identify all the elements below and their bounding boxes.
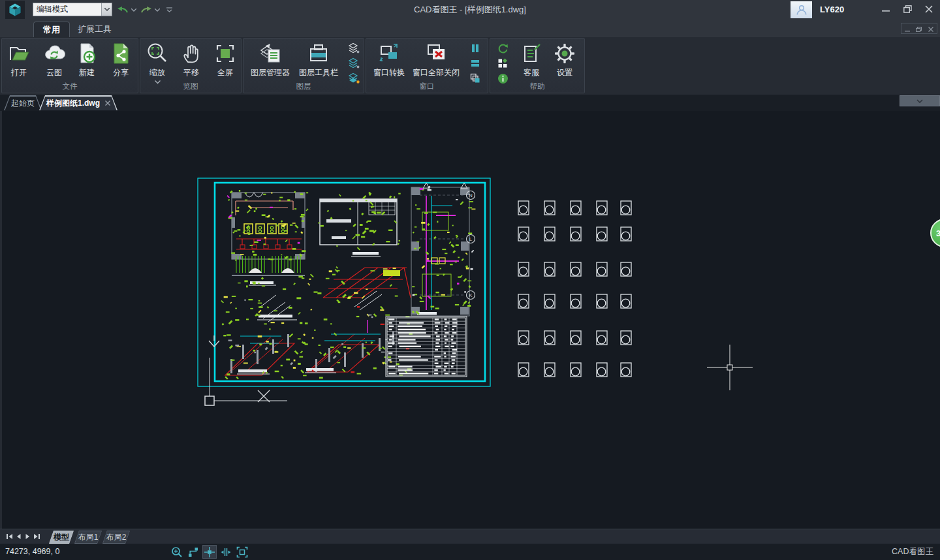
ribbon-tab-bar: 常用 扩展工具 [0, 20, 940, 37]
settings-gear-icon [552, 41, 577, 66]
window-switch-button[interactable]: 窗口转换 [367, 41, 411, 78]
panel-collapse-handle[interactable] [900, 95, 940, 106]
group-label-file: 文件 [2, 82, 138, 91]
doc-tab-sample-drawing[interactable]: 样例图纸1.dwg [39, 95, 118, 110]
object-snap-icon[interactable] [219, 545, 233, 559]
open-button[interactable]: 打开 [2, 41, 36, 78]
customize-toolbar-icon[interactable] [164, 4, 174, 16]
first-page-icon[interactable] [5, 532, 14, 541]
crosshair-cursor [707, 345, 753, 390]
prev-page-icon[interactable] [14, 532, 23, 541]
group-label-window: 窗口 [366, 82, 488, 91]
new-file-icon [74, 41, 99, 66]
plan-view [232, 193, 305, 275]
restore-button[interactable] [896, 0, 918, 18]
group-label-view: 览图 [140, 82, 241, 91]
minimize-button[interactable] [875, 0, 897, 18]
undo-button[interactable] [116, 4, 129, 16]
ribbon-group-window: 窗口转换 窗口全部关闭 窗口 [366, 38, 488, 93]
section-view [320, 199, 397, 245]
last-page-icon[interactable] [33, 532, 41, 541]
chevron-down-icon [101, 3, 112, 16]
ribbon-tab-common[interactable]: 常用 [33, 22, 70, 37]
layer-manager-button[interactable]: 图层管理器 [244, 41, 296, 78]
customer-service-icon [519, 41, 544, 66]
crosshair-icon[interactable] [202, 545, 217, 559]
ribbon-group-layer: 图层管理器 图层工具栏 图层 [243, 38, 364, 93]
tile-horizontal-icon[interactable] [469, 57, 481, 69]
bill-of-materials-table [386, 317, 467, 377]
zoom-magnifier-icon [145, 41, 170, 66]
window-small-tools [468, 42, 482, 84]
layer-small-tools [347, 42, 361, 84]
title-bar: 编辑模式 CAD看图王 - [样例图纸1.dwg] LY620 [0, 0, 940, 20]
share-file-icon [108, 41, 133, 66]
pan-hand-icon [179, 41, 204, 66]
check-update-icon[interactable] [497, 42, 509, 54]
layout-tab-layout1[interactable]: 布局1 [74, 531, 102, 544]
document-window-controls [901, 23, 937, 34]
tile-vertical-icon[interactable] [469, 42, 481, 54]
user-avatar[interactable] [791, 1, 812, 18]
cad-drawing: N L K [2, 111, 940, 529]
layout-tab-bar: 模型 布局1 布局2 [0, 529, 940, 544]
drawing-canvas[interactable]: N L K [0, 111, 940, 529]
layers-list-icon[interactable] [348, 42, 360, 54]
status-tools [170, 545, 249, 559]
cloud-sync-icon [42, 41, 67, 66]
doc-minimize-button[interactable] [905, 23, 910, 35]
app-label: CAD看图王 [892, 544, 933, 560]
group-label-layer: 图层 [243, 82, 364, 91]
app-logo-icon[interactable] [5, 1, 25, 19]
redo-dropdown-chevron-icon[interactable] [153, 4, 161, 16]
zoom-window-icon[interactable] [170, 545, 184, 559]
group-label-help: 帮助 [490, 82, 584, 91]
customer-service-button[interactable]: 客服 [514, 41, 548, 78]
ref-marker-k: K [469, 292, 473, 298]
open-folder-icon [7, 41, 31, 66]
redo-button[interactable] [140, 4, 153, 16]
ribbon-group-file: 打开 云图 新建 分享 文件 [1, 38, 138, 93]
doc-restore-button[interactable] [916, 23, 922, 35]
help-small-tools [495, 42, 510, 84]
pan-button[interactable]: 平移 [174, 41, 208, 78]
share-button[interactable]: 分享 [104, 41, 138, 78]
layers-teal-icon[interactable] [348, 57, 360, 69]
status-bar: 74273, 4969, 0 CAD看图王 [0, 544, 940, 560]
ribbon-group-help: 客服 设置 帮助 [490, 38, 585, 93]
zoom-extents-icon[interactable] [235, 545, 249, 559]
layer-manager-icon [258, 41, 283, 66]
layer-toolbar-button[interactable]: 图层工具栏 [292, 41, 345, 78]
document-tab-bar: 起始页 样例图纸1.dwg [0, 95, 940, 111]
close-all-windows-button[interactable]: 窗口全部关闭 [406, 41, 466, 78]
settings-button[interactable]: 设置 [548, 41, 582, 78]
next-page-icon[interactable] [24, 532, 32, 541]
layout-tab-layout2[interactable]: 布局2 [102, 531, 130, 544]
close-all-windows-icon [424, 41, 448, 66]
close-button[interactable] [918, 0, 940, 18]
new-file-button[interactable]: 新建 [70, 41, 104, 78]
layout-tab-model[interactable]: 模型 [49, 531, 74, 544]
ribbon-tab-extended-tools[interactable]: 扩展工具 [69, 22, 121, 37]
tab-close-icon[interactable] [105, 99, 110, 108]
layer-toolbar-icon [306, 41, 331, 66]
fixture-symbols-grid [518, 201, 631, 377]
polyline-scale-icon[interactable] [186, 545, 200, 559]
ribbon-group-view: 缩放 平移 全屏 览图 [140, 38, 242, 93]
theme-blocks-icon[interactable] [497, 57, 509, 69]
fullscreen-icon [213, 41, 238, 66]
user-name[interactable]: LY620 [820, 0, 844, 20]
ref-marker-n: N [469, 193, 473, 198]
edit-mode-value: 编辑模式 [33, 4, 101, 15]
ref-marker-l: L [469, 236, 473, 242]
doc-close-button[interactable] [928, 23, 933, 35]
cloud-drawing-button[interactable]: 云图 [37, 41, 71, 78]
fullscreen-button[interactable]: 全屏 [208, 41, 242, 78]
doc-tab-start-page[interactable]: 起始页 [4, 95, 42, 110]
cursor-coordinates: 74273, 4969, 0 [5, 544, 59, 560]
window-switch-icon [377, 41, 401, 66]
ribbon: 打开 云图 新建 分享 文件 缩放 [0, 37, 940, 95]
zoom-button[interactable]: 缩放 [140, 41, 174, 84]
edit-mode-select[interactable]: 编辑模式 [33, 3, 112, 16]
undo-dropdown-chevron-icon[interactable] [130, 4, 138, 16]
